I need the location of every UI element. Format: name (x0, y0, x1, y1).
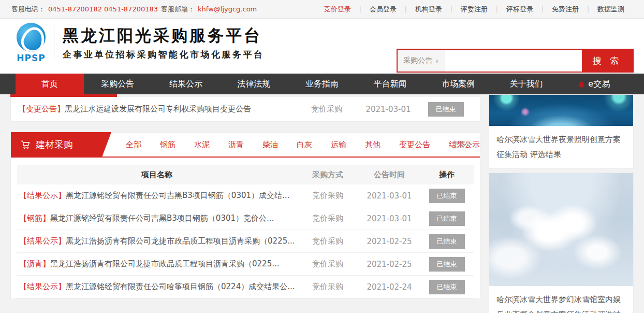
status-badge: 已结束 (429, 280, 465, 294)
divider (54, 25, 54, 61)
tab-rebar[interactable]: 钢筋 (160, 140, 175, 150)
flame-icon (579, 80, 584, 88)
nav-label: 业务指南 (305, 79, 339, 90)
search-button[interactable]: 搜 索 (582, 50, 633, 72)
row-tag: 【结果公示】 (19, 191, 66, 201)
row-tag: 【结果公示】 (19, 282, 66, 292)
more-link[interactable]: 更多> (452, 140, 473, 149)
row-method: 竞价采购 (297, 259, 359, 269)
row-method: 竞价采购 (297, 236, 359, 246)
tab-all[interactable]: 全部 (126, 140, 141, 150)
section-title: 建材采购 (36, 138, 73, 151)
chevron-down-icon: ∨ (435, 58, 438, 64)
row-title-link[interactable]: 黑龙江浩扬沥青有限公司龙捷市政品质工程项目沥青采购（0225... (50, 259, 279, 269)
table-row: 【结果公示】 黑龙江源铭经贸有限责任公司哈筝项目钢筋（0224）成交结果公...… (17, 276, 474, 298)
col-date: 公告时间 (359, 170, 420, 180)
nav-label: 法律法规 (237, 79, 270, 90)
link-free-register[interactable]: 免费注册 (544, 5, 587, 14)
row-title-link[interactable]: 黑龙江源铭经贸有限责任公司哈筝项目钢筋（0224）成交结果公... (66, 282, 295, 292)
row-title-link[interactable]: 黑龙江源铭经贸有限责任公司吉黑B3项目钢筋（0301）竞价公... (50, 214, 274, 223)
tab-change-notice[interactable]: 变更公告 (399, 140, 430, 150)
nav-home[interactable]: 首页 (16, 74, 84, 94)
tab-diesel[interactable]: 柴油 (262, 140, 278, 150)
notice-title-link[interactable]: 黑龙江水运建设发展有限公司专利权采购项目变更公告 (65, 104, 251, 114)
link-judge-register[interactable]: 评委注册 (452, 5, 496, 14)
row-method: 竞价采购 (297, 214, 359, 223)
row-tag: 【结果公示】 (19, 236, 66, 246)
nav-label: 市场案例 (442, 79, 475, 90)
nav-result-publicity[interactable]: 结果公示 (152, 74, 220, 94)
col-method: 采购方式 (297, 170, 359, 180)
site-subtitle: 企事业单位招标采购智能化市场化服务平台 (63, 49, 265, 61)
table-header: 项目名称 采购方式 公告时间 操作 (17, 165, 474, 184)
status-badge: 已结束 (428, 102, 464, 117)
tab-lime[interactable]: 白灰 (297, 140, 312, 150)
notice-method: 竞价采购 (296, 104, 358, 114)
col-action: 操作 (420, 170, 474, 180)
search-box: 采购公告 ∨ 搜 索 (397, 49, 634, 73)
search-category-value: 采购公告 (403, 56, 432, 65)
search-input[interactable] (445, 50, 582, 72)
status-badge: 已结束 (429, 211, 465, 226)
row-method: 竞价采购 (297, 191, 359, 201)
link-bid-login[interactable]: 竞价登录 (316, 5, 359, 14)
status-badge: 已结束 (429, 189, 465, 203)
row-date: 2021-03-01 (359, 191, 420, 201)
tab-other[interactable]: 其他 (365, 140, 380, 150)
row-date: 2021-02-25 (359, 260, 420, 269)
nav-platform-news[interactable]: 平台新闻 (356, 74, 425, 94)
category-tabs: 全部 钢筋 水泥 沥青 柴油 白灰 运输 其他 变更公告 结果公示 (126, 140, 480, 150)
nav-label: e交易 (588, 79, 610, 90)
nav-label: 首页 (41, 79, 58, 90)
tab-asphalt[interactable]: 沥青 (228, 140, 244, 150)
building-materials-section: 建材采购 全部 钢筋 水泥 沥青 柴油 白灰 运输 其他 变更公告 结果公示 更… (10, 132, 480, 299)
search-category-dropdown[interactable]: 采购公告 ∨ (398, 50, 445, 72)
tab-cement[interactable]: 水泥 (194, 140, 210, 150)
cart-icon (20, 139, 31, 150)
row-title-link[interactable]: 黑龙江浩扬沥青有限公司龙捷市政品质工程项目沥青采购（0225... (66, 236, 295, 246)
ice-world-night-image (489, 95, 633, 126)
row-tag: 【钢筋】 (19, 214, 50, 223)
nav-e-trade[interactable]: e交易 (561, 74, 629, 94)
tab-transport[interactable]: 运输 (331, 140, 346, 150)
nav-label: 关于我们 (510, 79, 543, 90)
nav-laws[interactable]: 法律法规 (220, 74, 288, 94)
news-card[interactable]: 哈尔滨冰雪大世界梦幻冰雪馆室内娱乐业态概念创意方案征集活动评选结果 (489, 173, 634, 313)
service-phone-label: 客服电话： (11, 5, 45, 14)
ice-dome-aerial-image (489, 173, 633, 286)
nav-procurement-notices[interactable]: 采购公告 (84, 74, 152, 94)
table-row: 【结果公示】 黑龙江浩扬沥青有限公司龙捷市政品质工程项目沥青采购（0225...… (17, 230, 474, 253)
row-date: 2021-02-25 (359, 237, 420, 246)
project-table: 项目名称 采购方式 公告时间 操作 【结果公示】 黑龙江源铭经贸有限责任公司吉黑… (17, 165, 474, 298)
nav-label: 采购公告 (101, 79, 134, 90)
logo-icon (17, 23, 46, 52)
row-tag: 【沥青】 (19, 259, 50, 269)
logo-acronym: HPSP (14, 53, 48, 63)
nav-market-cases[interactable]: 市场案例 (424, 74, 492, 94)
link-eval-login[interactable]: 评标登录 (498, 5, 541, 14)
nav-about-us[interactable]: 关于我们 (492, 74, 561, 94)
nav-label: 结果公示 (169, 79, 202, 90)
row-date: 2021-02-24 (359, 282, 420, 292)
topbar: 客服电话： 0451-87200182 0451-87200183 客服邮箱： … (0, 0, 644, 19)
row-method: 竞价采购 (297, 282, 359, 292)
section-header: 建材采购 全部 钢筋 水泥 沥青 柴油 白灰 运输 其他 变更公告 结果公示 更… (11, 133, 480, 158)
site-logo: HPSP (14, 23, 48, 63)
nav-business-guide[interactable]: 业务指南 (288, 74, 356, 94)
table-row: 【沥青】 黑龙江浩扬沥青有限公司龙捷市政品质工程项目沥青采购（0225... 竞… (17, 253, 474, 276)
news-card[interactable]: 哈尔滨冰雪大世界夜景照明创意方案征集活动 评选结果 (489, 94, 634, 168)
news-caption[interactable]: 哈尔滨冰雪大世界夜景照明创意方案征集活动 评选结果 (489, 126, 633, 168)
status-badge: 已结束 (429, 257, 465, 272)
section-title-tab[interactable]: 建材采购 (11, 132, 111, 157)
notice-row: 【变更公告】 黑龙江水运建设发展有限公司专利权采购项目变更公告 竞价采购 202… (10, 97, 480, 122)
service-email-link[interactable]: khfw@ljygcg.com (198, 5, 257, 13)
row-title-link[interactable]: 黑龙江源铭经贸有限责任公司吉黑B3项目钢筋（0301）成交结... (66, 191, 289, 201)
service-phone-numbers: 0451-87200182 0451-87200183 (48, 5, 158, 13)
site-header: HPSP 黑龙江阳光采购服务平台 企事业单位招标采购智能化市场化服务平台 采购公… (0, 19, 644, 74)
link-org-login[interactable]: 机构登录 (407, 5, 450, 14)
link-data-monitor[interactable]: 数据监测 (589, 5, 633, 14)
brand[interactable]: HPSP 黑龙江阳光采购服务平台 企事业单位招标采购智能化市场化服务平台 (14, 23, 265, 63)
news-caption[interactable]: 哈尔滨冰雪大世界梦幻冰雪馆室内娱乐业态概念创意方案征集活动评选结果 (489, 286, 633, 313)
row-date: 2021-03-01 (359, 214, 420, 223)
link-member-login[interactable]: 会员登录 (361, 5, 405, 14)
